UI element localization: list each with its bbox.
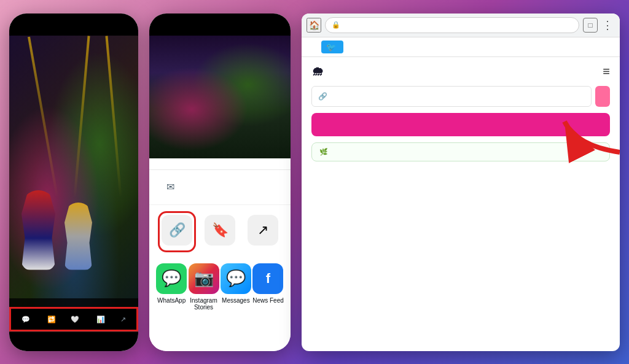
share-via-icon: ↗ — [248, 215, 278, 246]
cloud-icon: 🌧 — [311, 64, 324, 79]
video-area — [9, 36, 138, 307]
bookmark-option[interactable]: 🔖 — [205, 215, 235, 249]
browser-panel: 🏠 🔒 □ ⋮ 🐦 🌧 — [302, 14, 620, 351]
app-icons-row: 💬 WhatsApp 📷 InstagramStories 💬 Messages… — [149, 254, 291, 316]
bookmark-icon: 🔖 — [205, 215, 235, 246]
browser-chrome: 🏠 🔒 □ ⋮ — [302, 14, 620, 37]
site-logo: 🌧 — [311, 64, 327, 79]
analytics-action[interactable]: 📊 — [96, 316, 105, 323]
hamburger-menu[interactable]: ≡ — [603, 64, 610, 79]
performer-1 — [21, 190, 55, 270]
reply-bar[interactable] — [9, 331, 138, 351]
instagram-app[interactable]: 📷 InstagramStories — [189, 263, 219, 311]
get-video-button[interactable] — [311, 113, 610, 136]
reply-action[interactable]: 💬 — [21, 316, 32, 323]
share-icons-row: 🔗 🔖 ↗ — [149, 205, 291, 254]
share-via-option[interactable]: ↗ — [248, 215, 278, 249]
reply-icon: 💬 — [21, 316, 30, 323]
like-action[interactable]: 🤍 — [71, 316, 81, 323]
link-icon: 🔗 — [318, 92, 327, 101]
share-icon: ↗ — [120, 316, 126, 323]
lock-icon: 🔒 — [332, 21, 340, 29]
url-input-field[interactable]: 🔗 — [311, 86, 592, 107]
share-action[interactable]: ↗ — [120, 316, 126, 323]
phone-1-top-bar — [9, 14, 138, 36]
browser-nav-tabs: 🐦 — [302, 37, 620, 57]
share-video-area — [149, 36, 291, 158]
instagram-icon: 📷 — [189, 263, 219, 294]
site-header: 🌧 ≡ — [311, 64, 610, 79]
instagram-label: InstagramStories — [190, 297, 217, 311]
tweet-actions: 💬 🔁 🤍 📊 ↗ — [9, 307, 138, 331]
twitter-downloader-tab[interactable]: 🐦 — [321, 41, 343, 53]
more-menu-button[interactable]: ⋮ — [600, 18, 615, 33]
instagram-promo-icon: 🌿 — [319, 148, 328, 156]
share-sheet-title — [149, 162, 291, 170]
paste-button[interactable] — [595, 86, 610, 107]
like-icon: 🤍 — [71, 316, 79, 323]
retweet-icon: 🔁 — [47, 316, 56, 323]
whatsapp-icon: 💬 — [156, 263, 187, 294]
home-button[interactable]: 🏠 — [307, 18, 321, 33]
news-feed-app[interactable]: f News Feed — [252, 263, 284, 311]
performer-2 — [64, 203, 92, 270]
whatsapp-label: WhatsApp — [157, 297, 186, 304]
phone-2: ✉ 🔗 🔖 ↗ 💬 WhatsApp — [149, 14, 291, 351]
facebook-icon: f — [252, 263, 283, 294]
instagram-promo[interactable]: 🌿 — [311, 142, 610, 161]
share-video-bg — [149, 36, 291, 158]
phone-2-top-bar — [149, 14, 291, 36]
share-sheet: ✉ 🔗 🔖 ↗ 💬 WhatsApp — [149, 152, 291, 351]
messages-app[interactable]: 💬 Messages — [221, 263, 251, 311]
url-input-row: 🔗 — [311, 86, 610, 107]
copy-link-option[interactable]: 🔗 — [162, 215, 192, 249]
twitter-bird-icon: 🐦 — [326, 42, 336, 52]
phone-1: 💬 🔁 🤍 📊 ↗ — [9, 14, 138, 351]
tab-count-button[interactable]: □ — [583, 18, 598, 33]
retweet-action[interactable]: 🔁 — [47, 316, 56, 323]
browser-content: 🌧 ≡ 🔗 🌿 — [302, 57, 620, 351]
video-content — [9, 36, 138, 307]
dm-icon: ✉ — [162, 179, 179, 196]
messages-icon: 💬 — [221, 263, 251, 294]
direct-message-option[interactable]: ✉ — [149, 170, 291, 205]
browser-right-buttons: □ ⋮ — [583, 18, 615, 33]
news-feed-label: News Feed — [252, 297, 284, 304]
messages-label: Messages — [222, 297, 250, 304]
downloader-tab[interactable] — [307, 42, 319, 51]
whatsapp-app[interactable]: 💬 WhatsApp — [156, 263, 187, 311]
address-bar[interactable]: 🔒 — [325, 17, 579, 33]
video-error-text — [9, 298, 138, 307]
copy-link-icon: 🔗 — [162, 215, 192, 246]
analytics-icon: 📊 — [96, 316, 105, 323]
